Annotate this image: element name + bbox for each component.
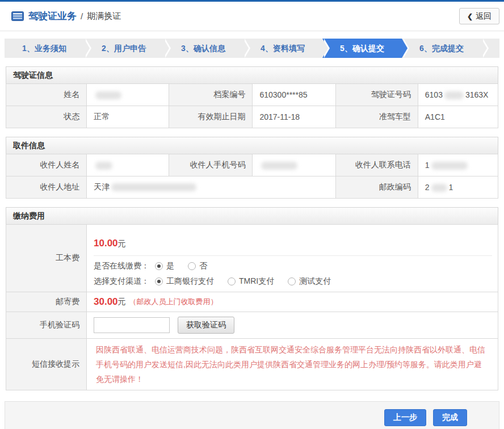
step-5-confirm-submit: 5、确认提交 [322,39,402,58]
license-number-label: 驾驶证号码 [335,84,418,106]
step-label: 6、完成提交 [419,44,464,53]
option-label: 否 [199,261,207,271]
sms-notice-text: 因陕西省联通、电信运营商技术问题，陕西省互联网交通安全综合服务管理平台无法向持陕… [87,339,498,390]
value-prefix: 天津 [94,182,110,191]
channel-tmri-option[interactable]: TMRI支付 [228,276,274,287]
table-row: 邮寄费 30.00元 （邮政人员上门收取费用） [6,292,498,312]
back-chevron-icon: ❮ [467,12,473,20]
license-section-title: 驾驶证信息 [6,66,498,83]
table-row: 工本费 10.00元 是否在线缴费： 是 否 [6,225,498,292]
value-prefix: 2 [425,183,430,192]
production-fee-content: 10.00元 是否在线缴费： 是 否 选择支付渠道： [87,225,498,292]
status-label: 状态 [6,106,87,128]
value-prefix: 1 [425,161,430,170]
radio-icon [288,277,296,285]
recipient-phone-label: 收件人联系电话 [335,154,418,176]
back-button[interactable]: ❮ 返回 [459,8,499,24]
redacted-value [261,162,297,170]
mailing-fee-content: 30.00元 （邮政人员上门收取费用） [87,292,498,312]
step-2-user-declaration: 2、用户申告 [84,39,163,58]
step-label: 2、用户申告 [102,44,146,53]
value-prefix: 6103 [425,90,443,99]
sms-notice-label: 短信接收提示 [6,339,87,390]
license-number-value: 61033163X [418,84,498,106]
footer-bar: 上一步 完成 [5,401,499,429]
option-label: 测试支付 [299,276,331,287]
payment-channel-row: 选择支付渠道： 工商银行支付 TMRI支付 测试支付 [87,271,498,287]
online-payment-yes-option[interactable]: 是 [155,261,174,271]
get-code-button[interactable]: 获取验证码 [178,317,234,334]
production-fee-amount: 10.00 [94,238,118,249]
option-label: 工商银行支付 [166,276,214,287]
fees-table: 工本费 10.00元 是否在线缴费： 是 否 [6,224,498,390]
radio-icon [228,277,236,285]
redacted-value [444,91,464,99]
channel-test-option[interactable]: 测试支付 [288,276,331,287]
pickup-table: 收件人姓名 收件人手机号码 收件人联系电话 1 收件人地址 天津 邮政编码 21 [6,154,498,199]
vehicle-class-label: 准驾车型 [335,106,418,128]
radio-icon [155,277,163,285]
pickup-info-section: 取件信息 收件人姓名 收件人手机号码 收件人联系电话 1 收件人地址 天津 邮政… [6,137,498,199]
step-6-complete-submit: 6、完成提交 [402,39,481,58]
license-table: 姓名 档案编号 610300****85 驾驶证号码 61033163X 状态 … [6,83,498,128]
wizard-steps: 1、业务须知 2、用户申告 3、确认信息 4、资料填写 5、确认提交 6、完成提… [5,39,499,58]
table-row: 姓名 档案编号 610300****85 驾驶证号码 61033163X [6,84,498,106]
sms-code-content: 获取验证码 [87,312,498,339]
option-label: TMRI支付 [239,276,274,287]
value-suffix: 1 [449,183,453,192]
page-title: 驾驶证业务 [28,10,77,23]
radio-icon [155,262,163,270]
mailing-fee-label: 邮寄费 [6,292,87,312]
option-label: 是 [166,261,174,271]
license-form-icon [11,11,24,21]
table-row: 状态 正常 有效期止日期 2017-11-18 准驾车型 A1C1 [6,106,498,128]
step-label: 5、确认提交 [340,44,384,53]
recipient-mobile-value [253,154,335,176]
production-fee-unit: 元 [118,239,126,248]
online-payment-row: 是否在线缴费： 是 否 [87,256,498,271]
sms-code-label: 手机验证码 [6,312,87,339]
redacted-value [95,162,112,170]
step-label: 3、确认信息 [181,44,225,53]
status-value: 正常 [87,106,169,128]
mailing-fee-amount: 30.00 [94,296,118,308]
table-row: 收件人姓名 收件人手机号码 收件人联系电话 1 [6,154,498,176]
back-button-label: 返回 [476,11,492,22]
payment-channel-question: 选择支付渠道： [94,276,149,287]
step-1-business-notice: 1、业务须知 [5,39,84,58]
step-3-confirm-info: 3、确认信息 [163,39,243,58]
recipient-address-label: 收件人地址 [6,176,87,199]
sms-code-input[interactable] [94,317,170,333]
license-info-section: 驾驶证信息 姓名 档案编号 610300****85 驾驶证号码 6103316… [6,66,498,128]
valid-until-label: 有效期止日期 [169,106,253,128]
mailing-fee-note: （邮政人员上门收取费用） [129,297,218,307]
table-row: 短信接收提示 因陕西省联通、电信运营商技术问题，陕西省互联网交通安全综合服务管理… [6,339,498,390]
postal-code-label: 邮政编码 [335,176,418,199]
redacted-value [431,162,468,170]
recipient-phone-value: 1 [418,154,498,176]
page-header: 驾驶证业务 / 期满换证 ❮ 返回 [0,2,504,31]
previous-step-button[interactable]: 上一步 [384,409,426,426]
mailing-fee-line: 30.00元 （邮政人员上门收取费用） [87,296,498,308]
production-fee-amount-line: 10.00元 [87,230,498,249]
online-payment-question: 是否在线缴费： [94,261,149,271]
fees-section-title: 缴纳费用 [6,207,498,224]
step-label: 1、业务须知 [22,44,66,53]
file-number-label: 档案编号 [169,84,253,106]
online-payment-no-option[interactable]: 否 [188,261,207,271]
mailing-fee-unit: 元 [118,297,126,307]
recipient-name-label: 收件人姓名 [6,154,87,176]
redacted-value [95,91,121,99]
name-value [87,84,169,106]
step-label: 4、资料填写 [261,44,305,53]
redacted-value [111,183,196,191]
production-fee-label: 工本费 [6,225,87,292]
file-number-value: 610300****85 [253,84,335,106]
recipient-name-value [87,154,169,176]
pickup-section-title: 取件信息 [6,137,498,154]
channel-icbc-option[interactable]: 工商银行支付 [155,276,214,287]
finish-button[interactable]: 完成 [433,409,467,426]
valid-until-value: 2017-11-18 [253,106,335,128]
table-row: 手机验证码 获取验证码 [6,312,498,339]
breadcrumb-separator: / [81,11,83,21]
